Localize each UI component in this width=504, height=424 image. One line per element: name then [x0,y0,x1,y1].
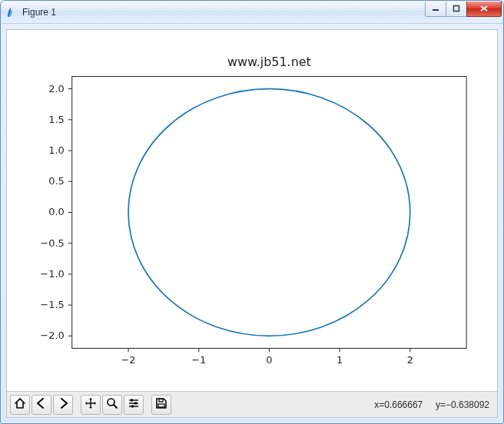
close-button[interactable] [466,2,502,17]
subplots-button[interactable] [124,395,144,415]
plot-svg: www.jb51.net−2−1012−2.0−1.5−1.0−0.50.00.… [7,30,497,391]
y-tick-label: 1.5 [48,114,65,125]
magnify-icon [106,397,118,412]
toolbar-buttons [10,395,173,415]
y-tick-label: −2.0 [40,330,64,341]
y-tick-label: 1.0 [48,144,65,156]
move-icon [85,397,97,412]
chart-title: www.jb51.net [227,55,311,69]
svg-rect-1 [454,6,459,12]
close-icon [479,5,489,12]
plot-canvas[interactable]: www.jb51.net−2−1012−2.0−1.5−1.0−0.50.00.… [7,30,497,391]
figure-window: Figure 1 www.jb51.net−2−1012−2.0−1.5−1.0… [0,0,504,424]
pan-button[interactable] [81,395,101,415]
x-tick-label: 2 [407,354,413,366]
y-tick-label: 0.0 [48,206,65,217]
y-tick-label: −1.0 [40,268,64,280]
y-tick-label: 2.0 [48,83,65,94]
x-tick-label: 0 [266,354,272,366]
svg-rect-26 [134,402,137,405]
svg-rect-27 [131,406,134,408]
toolbar-separator [75,395,81,415]
x-tick-label: −2 [121,354,136,366]
home-icon [14,397,26,412]
maximize-button[interactable] [446,2,467,17]
arrow-right-icon [57,397,69,412]
x-tick-label: 1 [337,354,343,366]
zoom-button[interactable] [102,395,122,415]
svg-rect-28 [158,404,164,407]
forward-button[interactable] [53,395,73,415]
cursor-coordinates: x=0.666667 y=−0.638092 [374,399,494,410]
maximize-icon [453,5,460,12]
arrow-left-icon [35,397,48,412]
axes-frame [72,77,466,349]
minimize-button[interactable] [425,2,446,17]
svg-rect-29 [159,399,163,402]
save-button[interactable] [151,395,171,415]
y-tick-label: −1.5 [40,299,64,310]
sliders-icon [128,397,140,412]
y-tick-label: 0.5 [48,175,65,187]
back-button[interactable] [32,395,51,415]
toolbar-separator [145,395,151,415]
minimize-icon [432,5,439,12]
client-area: www.jb51.net−2−1012−2.0−1.5−1.0−0.50.00.… [6,29,498,418]
python-tk-icon [5,6,18,18]
window-buttons [426,2,502,17]
svg-rect-25 [131,399,133,402]
titlebar[interactable]: Figure 1 [1,1,503,24]
series-circle [128,89,410,336]
save-icon [155,397,167,412]
y-tick-label: −0.5 [40,237,64,249]
svg-line-21 [114,405,117,408]
window-title: Figure 1 [22,7,426,18]
home-button[interactable] [10,395,30,415]
x-tick-label: −1 [191,354,206,366]
nav-toolbar: x=0.666667 y=−0.638092 [7,391,497,417]
